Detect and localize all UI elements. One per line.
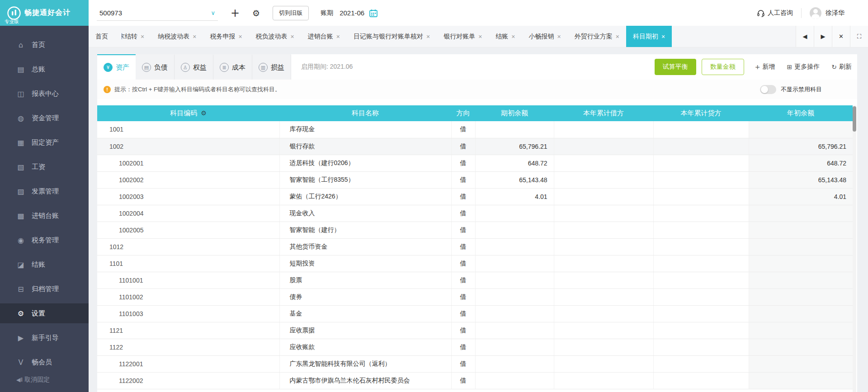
tab-税务申报[interactable]: 税务申报× — [203, 26, 249, 47]
subtab-equity[interactable]: ♙权益 — [175, 54, 213, 80]
subtab-cost[interactable]: ≣成本 — [213, 54, 252, 80]
tab-进销台账[interactable]: 进销台账× — [301, 26, 347, 47]
cell-num — [749, 255, 853, 272]
sidebar-item-fixed-assets[interactable]: ▦固定资产 — [0, 132, 89, 152]
close-icon[interactable]: × — [557, 33, 561, 40]
subtab-asset[interactable]: ¥资产 — [97, 54, 136, 80]
refresh-button[interactable]: ↻ 刷新 — [831, 63, 852, 71]
sidebar-item-tax[interactable]: ◉税务管理 — [0, 230, 89, 250]
table-row[interactable]: 1002005智家智能（建行）借 — [97, 222, 853, 238]
support-button[interactable]: 人工咨询 — [757, 9, 793, 17]
table-row[interactable]: 1002004现金收入借 — [97, 205, 853, 222]
cell-num — [749, 372, 853, 389]
tab-外贸行业方案[interactable]: 外贸行业方案× — [568, 26, 626, 47]
table-row[interactable]: 1101002债券借 — [97, 288, 853, 305]
sidebar-item-report-center[interactable]: ◫报表中心 — [0, 84, 89, 104]
vertical-scrollbar[interactable] — [853, 105, 856, 392]
sidebar-item-label: 结账 — [32, 260, 45, 269]
sidebar-item-archive[interactable]: ⊟归档管理 — [0, 279, 89, 299]
column-settings-gear-icon[interactable]: ⚙ — [201, 109, 207, 117]
table-row[interactable]: 1012其他货币资金借 — [97, 238, 853, 255]
subtab-liability[interactable]: ▤负债 — [136, 54, 175, 80]
sidebar-item-settings[interactable]: ⚙设置 — [0, 303, 89, 323]
avatar[interactable] — [810, 7, 821, 19]
cell-dir: 借 — [451, 205, 475, 222]
scroll-right-icon[interactable]: ▶ — [814, 26, 832, 47]
cell-name: 基金 — [279, 305, 451, 322]
user-name[interactable]: 徐泽华 — [826, 9, 844, 17]
hide-disabled-toggle[interactable] — [760, 85, 776, 94]
account-code: 500973 — [99, 9, 122, 17]
sidebar-item-purchase-sales[interactable]: ▩进销台账 — [0, 206, 89, 226]
tab-结账[interactable]: 结账× — [489, 26, 522, 47]
tab-小畅报销[interactable]: 小畅报销× — [522, 26, 568, 47]
tab-税负波动表[interactable]: 税负波动表× — [249, 26, 301, 47]
close-all-icon[interactable]: ✕ — [832, 26, 850, 47]
sidebar-item-funds[interactable]: ◍资金管理 — [0, 108, 89, 128]
cell-code: 1122002 — [97, 372, 279, 389]
table-row[interactable]: 1002001适居科技（建行0206）借648.72648.72 — [97, 155, 853, 171]
close-icon[interactable]: × — [661, 33, 665, 40]
subtab-label: 损益 — [271, 63, 284, 72]
close-icon[interactable]: × — [478, 33, 482, 40]
table-row[interactable]: 1122001广东黑龙智能科技有限公司（返利）借 — [97, 355, 853, 372]
sidebar-item-general-ledger[interactable]: ▤总账 — [0, 59, 89, 79]
qty-amount-button[interactable]: 数量金额 — [702, 59, 744, 75]
subtab-profit-loss[interactable]: ▥损益 — [252, 54, 291, 80]
switch-old-version-button[interactable]: 切到旧版 — [273, 6, 309, 20]
table-row[interactable]: 1101短期投资借 — [97, 255, 853, 272]
close-icon[interactable]: × — [616, 33, 619, 40]
cell-num — [653, 355, 749, 372]
table-row[interactable]: 1001库存现金借 — [97, 121, 853, 138]
close-icon[interactable]: × — [238, 33, 242, 40]
tab-label: 结账 — [495, 33, 508, 41]
unpin-button[interactable]: ◀‖取消固定 — [16, 376, 50, 384]
table-row[interactable]: 1121应收票据借 — [97, 322, 853, 339]
close-icon[interactable]: × — [511, 33, 515, 40]
sidebar-item-guide[interactable]: ▶新手引导 — [0, 328, 89, 348]
tab-日记账与银行对账单核对[interactable]: 日记账与银行对账单核对× — [347, 26, 437, 47]
close-icon[interactable]: × — [426, 33, 430, 40]
sidebar-item-label: 工资 — [32, 163, 45, 171]
scrollbar-thumb[interactable] — [853, 106, 856, 132]
cell-num — [475, 205, 554, 222]
close-icon[interactable]: × — [193, 33, 196, 40]
sidebar-item-payroll[interactable]: ▧工资 — [0, 157, 89, 177]
sidebar-item-label: 固定资产 — [32, 138, 59, 147]
close-icon[interactable]: × — [141, 33, 144, 40]
sidebar-item-home[interactable]: ⌂首页 — [0, 35, 89, 55]
table-row[interactable]: 1002银行存款借65,796.2165,796.21 — [97, 138, 853, 155]
add-button[interactable]: + 新增 — [755, 63, 775, 71]
period-value[interactable]: 2021-06 — [340, 9, 364, 17]
add-account-button[interactable]: + — [231, 7, 240, 19]
fullscreen-icon[interactable]: ⛶ — [850, 26, 868, 47]
calendar-icon[interactable] — [369, 9, 378, 18]
more-operations-button[interactable]: ⊞ 更多操作 — [787, 63, 820, 71]
table-row[interactable]: 1101003基金借 — [97, 305, 853, 322]
scroll-left-icon[interactable]: ◀ — [796, 26, 814, 47]
table-row[interactable]: 1101001股票借 — [97, 272, 853, 288]
subtab-label: 负债 — [154, 63, 168, 72]
tab-首页[interactable]: 首页 — [89, 26, 115, 47]
tab-结转[interactable]: 末结转× — [115, 26, 151, 47]
tab-科目期初[interactable]: 科目期初× — [626, 26, 672, 47]
sidebar-item-closing[interactable]: ◪结账 — [0, 255, 89, 274]
table-row[interactable]: 1122002内蒙古鄂市伊旗乌兰木伦石灰村村民委员会借 — [97, 372, 853, 389]
table-row[interactable]: 1002002智家智能（工行8355）借65,143.4865,143.48 — [97, 171, 853, 188]
tab-label: 日记账与银行对账单核对 — [354, 33, 423, 41]
tab-银行对账单[interactable]: 银行对账单× — [437, 26, 489, 47]
column-header-label: 方向 — [457, 109, 470, 117]
table-row[interactable]: 1002003蒙佑（工行2426）借4.014.01 — [97, 188, 853, 205]
close-icon[interactable]: × — [291, 33, 294, 40]
cell-name: 短期投资 — [279, 255, 451, 272]
account-select[interactable]: 500973 ∨ — [97, 5, 218, 21]
table-row[interactable]: 1122应收账款借 — [97, 339, 853, 355]
trial-balance-button[interactable]: 试算平衡 — [655, 59, 696, 75]
sidebar-item-invoice[interactable]: ▨发票管理 — [0, 181, 89, 201]
tab-label: 外贸行业方案 — [575, 33, 613, 41]
close-icon[interactable]: × — [336, 33, 340, 40]
sidebar-item-member[interactable]: Ⅴ畅会员 — [0, 352, 89, 372]
settings-gear-icon[interactable]: ⚙ — [252, 8, 260, 18]
tab-纳税波动表[interactable]: 纳税波动表× — [151, 26, 203, 47]
column-header-label: 年初余额 — [787, 109, 814, 117]
